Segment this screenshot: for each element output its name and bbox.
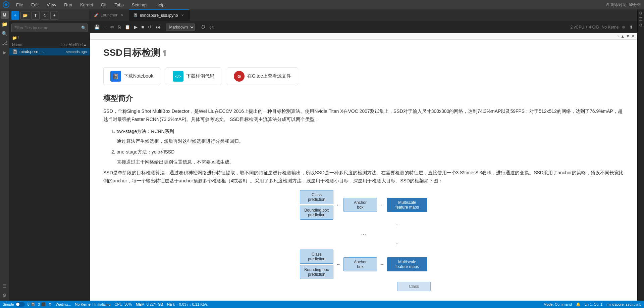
- menu-help[interactable]: Help: [154, 2, 166, 8]
- file-name: mindspore_...: [19, 49, 53, 54]
- arrow-up: ←: [394, 223, 400, 227]
- restart-button[interactable]: ↺: [146, 23, 153, 32]
- notebook-title: SSD目标检测 ¶: [103, 46, 624, 59]
- download-notebook-button[interactable]: 📓 下载Notebook: [103, 67, 160, 85]
- sidebar: + + 📂 ⬆ ↻ ✦ 🔍 📁: [9, 9, 90, 301]
- breadcrumb: 📁 /: [9, 34, 90, 42]
- search-icon: 🔍: [81, 26, 86, 30]
- menu-file[interactable]: File: [15, 2, 24, 8]
- git-toolbar-button[interactable]: git: [208, 23, 215, 32]
- plus-icon: +: [14, 13, 16, 18]
- code-dl-icon: </>: [173, 71, 183, 82]
- menu-tabs[interactable]: Tabs: [113, 2, 125, 8]
- tab-notebook[interactable]: 📓 mindspore_ssd.ipynb ✕: [129, 9, 190, 21]
- search-input[interactable]: [11, 24, 88, 32]
- folder-icon: 📂: [23, 13, 28, 18]
- filename-status: mindspore_ssd.ipynb: [606, 302, 641, 306]
- activity-git[interactable]: ⎇: [1, 39, 9, 47]
- download-code-button[interactable]: </> 下载样例代码: [166, 67, 221, 85]
- clock-button[interactable]: ⏱: [199, 23, 207, 32]
- menu-bar: File Edit View Run Kernel Git Tabs Setti…: [0, 0, 644, 9]
- notebook-count[interactable]: 0 📓: [28, 302, 35, 307]
- tab-launcher[interactable]: 🚀 Launcher ✕: [90, 9, 129, 21]
- move-up-icon[interactable]: ▲: [621, 34, 625, 39]
- column-modified[interactable]: Last Modified ▲: [53, 43, 87, 47]
- new-button[interactable]: + +: [11, 11, 19, 20]
- toggle-track[interactable]: [15, 302, 25, 307]
- fast-forward-button[interactable]: ⏭: [154, 23, 162, 32]
- terminal-count[interactable]: 0 ⬛: [38, 302, 46, 307]
- menu-edit[interactable]: Edit: [30, 2, 40, 8]
- activity-list[interactable]: ☰: [1, 282, 9, 290]
- activity-run[interactable]: ▶: [1, 48, 9, 56]
- refresh-icon: ↻: [43, 13, 47, 18]
- toggle-thumb: [16, 303, 19, 306]
- content-area: 🚀 Launcher ✕ 📓 mindspore_ssd.ipynb ✕ 💾 +…: [90, 9, 637, 301]
- activity-logo[interactable]: M: [1, 11, 9, 19]
- search-submit-button[interactable]: 🔍: [81, 26, 86, 30]
- menu-run[interactable]: Run: [63, 2, 73, 8]
- menu-kernel[interactable]: Kernel: [79, 2, 94, 8]
- kernel-waiting[interactable]: ⚙: [48, 302, 52, 307]
- multiscale-1: Multiscalefeature maps: [387, 198, 427, 212]
- menu-settings[interactable]: Settings: [130, 2, 149, 8]
- stop-button[interactable]: ■: [140, 23, 146, 32]
- pilcrow-icon: ¶: [163, 49, 167, 57]
- toolbar-separator: [164, 24, 164, 30]
- run-button[interactable]: ▶: [132, 23, 139, 32]
- paste-button[interactable]: 📋: [123, 23, 132, 32]
- sort-icon: ▲: [83, 43, 87, 47]
- save-button[interactable]: 💾: [93, 23, 101, 32]
- mode-status: Mode: Command: [543, 302, 572, 306]
- tab-bar: 🚀 Launcher ✕ 📓 mindspore_ssd.ipynb ✕: [90, 9, 637, 21]
- add-cell-button[interactable]: +: [102, 23, 108, 32]
- activity-search[interactable]: 🔍: [1, 30, 9, 38]
- section1-title: 模型简介: [103, 93, 624, 103]
- class-partial: Class: [397, 282, 431, 291]
- right-icon-3[interactable]: ⚙: [639, 23, 643, 28]
- git-button[interactable]: ✦: [50, 11, 58, 20]
- notebook-dl-icon: 📓: [110, 71, 121, 82]
- activity-files[interactable]: 📁: [1, 20, 9, 28]
- share-button[interactable]: ⬆: [628, 23, 635, 32]
- right-icon-1[interactable]: ⚙: [639, 11, 643, 15]
- file-item[interactable]: 📓 mindspore_... seconds ago: [9, 48, 90, 55]
- menu-git[interactable]: Git: [100, 2, 108, 8]
- diagram-row-partial: Class: [397, 282, 431, 291]
- menu-view[interactable]: View: [45, 2, 57, 8]
- tab-close-notebook[interactable]: ✕: [180, 13, 185, 18]
- notebook-content: SSD目标检测 ¶ 📓 下载Notebook </> 下载样例代码 G 在Git…: [90, 40, 637, 301]
- activity-settings[interactable]: ⚙: [1, 291, 9, 299]
- kernel-info: 2 vCPU + 4 GiB No Kernel ⬆: [571, 23, 635, 32]
- add-above-icon[interactable]: +: [617, 34, 619, 39]
- folder-icon-sm: 📁: [12, 36, 17, 40]
- right-icon-2[interactable]: ☰: [639, 17, 643, 21]
- notebook-tab-icon: 📓: [133, 13, 138, 17]
- view-gitee-button[interactable]: G 在Gitee上查看源文件: [227, 67, 298, 85]
- folder-button[interactable]: 📂: [20, 11, 30, 20]
- kernel-status: Waiting...: [56, 302, 71, 306]
- upload-icon: ⬆: [34, 13, 37, 18]
- body-text-2: SSD是单阶段的目标检测算法，通过卷积神经网络进行特征提取，取不同的特征层进行检…: [103, 169, 624, 185]
- list-item-2: 2. one-stage方法：yolo和SSD: [111, 148, 624, 156]
- class-prediction-box-2: Classprediction: [300, 250, 333, 264]
- refresh-button[interactable]: ↻: [41, 11, 49, 20]
- tab-close-launcher[interactable]: ✕: [119, 12, 125, 18]
- kernel-info-status: No Kernel | Initializing: [75, 302, 110, 306]
- launcher-icon: 🚀: [94, 13, 99, 17]
- anchor-box-1: Anchorbox: [343, 198, 377, 212]
- list-sub-2: 直接通过主干网络给出类别位置信息，不需要区域生成。: [117, 158, 624, 166]
- simple-mode-toggle[interactable]: Simple: [3, 302, 25, 307]
- upload-button[interactable]: ⬆: [32, 11, 40, 20]
- search-area: 🔍: [9, 21, 90, 34]
- delete-cell-icon[interactable]: ✕: [631, 34, 635, 39]
- cell-type-select[interactable]: Markdown: [166, 24, 195, 31]
- move-down-icon[interactable]: ▼: [626, 34, 630, 39]
- cut-button[interactable]: ✂: [109, 23, 116, 32]
- arrow-4: ←: [380, 262, 384, 267]
- toolbar-separator-2: [197, 24, 197, 30]
- arrow-3: ←: [336, 262, 341, 267]
- diagram-row-1: Classprediction Bounding boxprediction ←…: [300, 190, 427, 220]
- copy-button[interactable]: ⎘: [116, 23, 122, 32]
- list-item-1: 1. two-stage方法：RCNN系列: [111, 128, 624, 136]
